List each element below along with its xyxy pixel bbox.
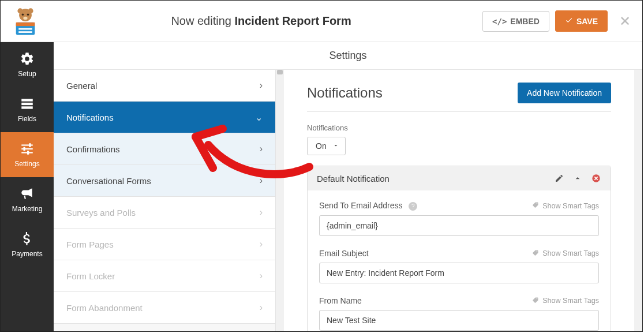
left-rail: Setup Fields Settings Marketing xyxy=(1,42,54,331)
subnav-label: Surveys and Polls xyxy=(66,208,136,218)
send-to-input[interactable] xyxy=(319,215,599,236)
card-header[interactable]: Default Notification xyxy=(308,166,611,190)
subnav-label: General xyxy=(66,81,97,91)
subject-input[interactable] xyxy=(319,263,599,283)
delete-icon[interactable] xyxy=(591,173,601,184)
svg-rect-8 xyxy=(18,28,32,29)
rail-payments[interactable]: Payments xyxy=(1,222,54,267)
svg-rect-18 xyxy=(27,151,29,155)
bullhorn-icon xyxy=(20,186,35,201)
svg-point-4 xyxy=(27,13,29,16)
send-to-label: Send To Email Address xyxy=(319,201,403,210)
subnav-form-abandonment[interactable]: Form Abandonment › xyxy=(54,292,275,324)
show-smart-tags-button[interactable]: Show Smart Tags xyxy=(532,201,599,210)
sliders-icon xyxy=(20,141,35,156)
rail-label: Marketing xyxy=(12,205,43,213)
embed-button[interactable]: </> EMBED xyxy=(482,11,549,32)
notification-card: Default Notification xyxy=(307,166,611,331)
rail-label: Payments xyxy=(12,250,42,258)
chevron-right-icon: › xyxy=(260,175,263,186)
chevron-right-icon: › xyxy=(260,302,263,313)
chevron-right-icon: › xyxy=(260,144,263,154)
subnav-conversational-forms[interactable]: Conversational Forms › xyxy=(54,165,275,197)
subnav-form-pages[interactable]: Form Pages › xyxy=(54,229,275,260)
chevron-right-icon: › xyxy=(260,239,263,249)
subnav-general[interactable]: General › xyxy=(54,70,275,102)
page-title: Now editing Incident Report Form xyxy=(46,14,477,28)
tag-icon xyxy=(532,201,539,210)
svg-rect-12 xyxy=(21,106,33,108)
rail-settings[interactable]: Settings xyxy=(1,132,54,177)
smart-tags-label: Show Smart Tags xyxy=(542,249,599,257)
subnav-label: Form Abandonment xyxy=(66,303,143,313)
subject-label: Email Subject xyxy=(319,249,369,258)
subnav-label: Form Locker xyxy=(66,271,115,281)
smart-tags-label: Show Smart Tags xyxy=(542,297,599,305)
close-button[interactable]: ✕ xyxy=(619,13,631,29)
svg-rect-10 xyxy=(21,99,33,101)
help-icon[interactable]: ? xyxy=(409,202,417,211)
rail-marketing[interactable]: Marketing xyxy=(1,177,54,222)
subnav-label: Conversational Forms xyxy=(66,176,151,186)
rail-label: Settings xyxy=(14,160,39,168)
notifications-toggle-select[interactable]: On xyxy=(307,137,346,155)
card-title: Default Notification xyxy=(317,174,390,184)
list-icon xyxy=(20,96,35,111)
rail-label: Fields xyxy=(18,115,36,123)
rail-fields[interactable]: Fields xyxy=(1,87,54,132)
svg-rect-14 xyxy=(21,148,33,149)
svg-point-3 xyxy=(22,13,24,16)
form-name: Incident Report Form xyxy=(234,14,351,27)
chevron-right-icon: › xyxy=(260,207,263,218)
subnav-label: Form Pages xyxy=(66,240,114,249)
svg-point-1 xyxy=(17,8,23,13)
chevron-right-icon: › xyxy=(260,271,263,281)
dollar-icon xyxy=(20,231,35,246)
subnav-notifications[interactable]: Notifications ⌄ xyxy=(54,102,275,133)
chevron-right-icon: › xyxy=(260,80,263,91)
toggle-label: Notifications xyxy=(307,124,611,132)
tag-icon xyxy=(532,297,539,305)
panel-title: Notifications xyxy=(307,85,383,101)
subnav-surveys-polls[interactable]: Surveys and Polls › xyxy=(54,197,275,229)
rail-setup[interactable]: Setup xyxy=(1,42,54,87)
subnav-form-locker[interactable]: Form Locker › xyxy=(54,260,275,292)
svg-rect-9 xyxy=(18,31,32,33)
topbar: Now editing Incident Report Form </> EMB… xyxy=(1,1,642,42)
svg-rect-13 xyxy=(21,144,33,145)
subnav-label: Notifications xyxy=(66,113,114,122)
rail-label: Setup xyxy=(18,70,36,78)
embed-label: EMBED xyxy=(510,17,540,26)
from-name-input[interactable] xyxy=(319,310,599,331)
save-button[interactable]: SAVE xyxy=(555,10,608,32)
code-icon: </> xyxy=(492,17,507,26)
toggle-value: On xyxy=(316,141,327,151)
show-smart-tags-button[interactable]: Show Smart Tags xyxy=(532,297,599,305)
add-notification-button[interactable]: Add New Notification xyxy=(518,83,611,103)
subnav-confirmations[interactable]: Confirmations › xyxy=(54,133,275,165)
svg-point-5 xyxy=(23,16,27,19)
svg-rect-16 xyxy=(29,143,31,147)
chevron-down-icon: ⌄ xyxy=(255,112,263,123)
tag-icon xyxy=(532,249,539,258)
svg-rect-11 xyxy=(21,103,33,105)
svg-rect-17 xyxy=(24,147,25,151)
settings-subnav: General › Notifications ⌄ Confirmations … xyxy=(54,70,276,331)
smart-tags-label: Show Smart Tags xyxy=(542,202,599,210)
check-icon xyxy=(565,16,573,26)
panel-scrollbar[interactable] xyxy=(634,70,642,331)
svg-rect-7 xyxy=(16,22,35,25)
collapse-icon[interactable] xyxy=(572,173,583,184)
show-smart-tags-button[interactable]: Show Smart Tags xyxy=(532,249,599,258)
editing-prefix: Now editing xyxy=(171,14,234,27)
center-header: Settings xyxy=(54,42,642,70)
subnav-scrollbar[interactable] xyxy=(276,70,284,331)
save-label: SAVE xyxy=(576,17,598,26)
from-name-label: From Name xyxy=(319,296,362,305)
subnav-label: Confirmations xyxy=(66,144,120,154)
edit-icon[interactable] xyxy=(554,173,564,184)
svg-point-2 xyxy=(28,8,33,13)
chevron-down-icon xyxy=(332,141,339,151)
app-logo xyxy=(5,4,46,39)
gear-icon xyxy=(20,51,35,66)
